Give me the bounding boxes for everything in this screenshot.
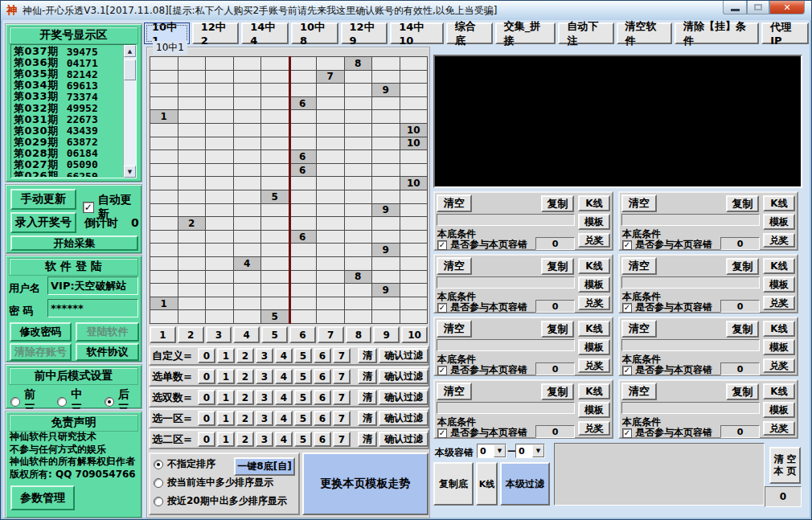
digit-button-1[interactable]: 1 [217,432,235,447]
tolerance-value[interactable]: 0 [720,425,760,438]
digit-button-2[interactable]: 2 [236,369,254,384]
clear-button[interactable]: 清空 [621,383,657,400]
column-button-7[interactable]: 7 [318,326,344,343]
digit-button-0[interactable]: 0 [198,432,215,447]
clear-button[interactable]: 清 [358,369,377,384]
digit-button-5[interactable]: 5 [294,369,312,384]
redeem-button[interactable]: 兑奖 [763,233,795,248]
digit-button-7[interactable]: 7 [333,432,351,447]
kline-button[interactable]: K线 [763,321,795,337]
tab-综合底[interactable]: 综合底 [446,23,493,44]
kline-button[interactable]: K线 [763,258,795,274]
digit-button-3[interactable]: 3 [256,390,273,405]
condition-field[interactable] [437,214,575,226]
column-button-9[interactable]: 9 [373,326,400,343]
digit-button-3[interactable]: 3 [256,411,273,426]
digit-button-3[interactable]: 3 [256,348,273,363]
scroll-down-icon[interactable]: ▼ [124,166,136,178]
username-field[interactable] [47,276,138,295]
kline-button[interactable]: K线 [578,258,610,274]
participate-checkbox[interactable]: ✓是否参与本页容错 [622,426,712,440]
digit-button-1[interactable]: 1 [217,348,235,363]
kline-button[interactable]: K线 [578,383,610,399]
column-button-2[interactable]: 2 [178,326,204,343]
digit-button-2[interactable]: 2 [236,411,254,426]
tolerance-value[interactable]: 0 [720,300,760,313]
copy-button[interactable]: 复制 [726,258,759,275]
minimize-button[interactable] [723,1,747,14]
clear-button[interactable]: 清空 [437,257,472,275]
tab-自动下注[interactable]: 自动下注 [558,23,613,44]
condition-field[interactable] [621,276,760,289]
digit-button-7[interactable]: 7 [333,390,351,405]
title-bar[interactable]: 神 神仙-开心乐透V3.1[2017.11.08][提示:私下个人购买2手账号前… [1,1,811,20]
template-button[interactable]: 模板 [763,276,795,293]
digit-button-3[interactable]: 3 [256,369,273,384]
copy-button[interactable]: 复制 [541,195,574,212]
redeem-button[interactable]: 兑奖 [578,421,610,436]
digit-button-5[interactable]: 5 [294,411,312,426]
digit-button-6[interactable]: 6 [314,390,331,405]
participate-checkbox[interactable]: ✓是否参与本页容错 [437,301,527,314]
change-template-button[interactable]: 更换本页模板走势 [302,452,429,515]
clear-button[interactable]: 清 [358,432,377,447]
participate-checkbox[interactable]: ✓是否参与本页容错 [622,301,712,314]
digit-button-6[interactable]: 6 [314,432,331,447]
digit-button-2[interactable]: 2 [236,432,254,447]
tab-12中2[interactable]: 12中2 [192,23,240,44]
manual-update-button[interactable]: 手动更新 [10,189,76,210]
digit-button-4[interactable]: 4 [275,348,293,363]
condition-field[interactable] [621,402,760,414]
digit-button-1[interactable]: 1 [217,411,235,426]
tolerance-value[interactable]: 0 [535,237,575,250]
digit-button-4[interactable]: 4 [275,369,293,384]
participate-checkbox[interactable]: ✓是否参与本页容错 [622,363,712,377]
confirm-filter-button[interactable]: 确认过滤 [379,348,429,363]
condition-field[interactable] [437,276,575,289]
condition-field[interactable] [621,339,760,351]
clear-saved-account-button[interactable]: 清除存账号 [10,343,72,361]
draw-scrollbar[interactable]: ▲ ▼ [123,45,136,178]
participate-checkbox[interactable]: ✓是否参与本页容错 [437,426,527,440]
tab-14中10[interactable]: 14中10 [390,23,444,44]
participate-checkbox[interactable]: ✓是否参与本页容错 [437,363,527,377]
enter-draw-button[interactable]: 录入开奖号 [10,212,76,233]
template-button[interactable]: 模板 [763,214,795,230]
password-field[interactable] [47,299,138,317]
template-button[interactable]: 模板 [578,339,610,355]
participate-checkbox[interactable]: ✓是否参与本页容错 [437,238,527,252]
clear-button[interactable]: 清 [358,348,377,363]
level-filter-button[interactable]: 本级过滤 [500,462,550,506]
template-button[interactable]: 模板 [763,402,795,418]
tolerance-value[interactable]: 0 [535,300,575,313]
clear-button[interactable]: 清空 [621,194,657,212]
kline-button[interactable]: K线 [578,195,610,211]
clear-button[interactable]: 清空 [621,320,657,338]
digit-button-0[interactable]: 0 [198,411,215,426]
digit-button-2[interactable]: 2 [236,348,254,363]
template-button[interactable]: 模板 [578,402,610,418]
scroll-up-icon[interactable]: ▲ [124,45,136,57]
tolerance-from-select[interactable]: 0 ▼ [477,444,506,458]
close-button[interactable]: ✕ [769,1,805,14]
quick-8base-button[interactable]: 一键8底[自] [234,457,295,476]
tab-交集_拼接[interactable]: 交集_拼接 [495,23,556,44]
condition-field[interactable] [437,402,575,414]
copy-button[interactable]: 复制 [726,383,759,400]
scroll-thumb[interactable] [124,59,136,80]
digit-button-4[interactable]: 4 [275,432,293,447]
digit-button-0[interactable]: 0 [198,390,215,405]
template-button[interactable]: 模板 [578,276,610,293]
template-button[interactable]: 模板 [763,339,795,355]
digit-button-0[interactable]: 0 [198,348,215,363]
clear-button[interactable]: 清空 [437,383,472,400]
params-manage-button[interactable]: 参数管理 [10,485,75,510]
kline-button[interactable]: K线 [578,321,610,337]
sort-option[interactable]: 按当前连中多少排序显示 [154,476,295,489]
dropdown-arrow-icon[interactable]: ▼ [494,444,506,457]
clear-button[interactable]: 清 [358,390,377,405]
copy-button[interactable]: 复制 [726,321,759,338]
column-button-1[interactable]: 1 [150,326,176,343]
tab-代理IP[interactable]: 代理IP [761,23,809,44]
clear-button[interactable]: 清 [358,411,377,426]
